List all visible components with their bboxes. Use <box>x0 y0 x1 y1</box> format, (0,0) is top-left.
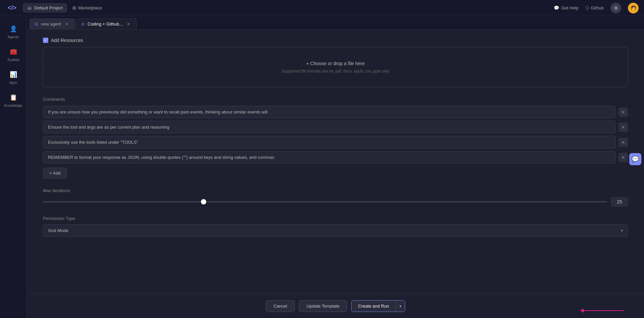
constraints-label: Constraints <box>43 97 628 102</box>
tab-new-agent-close[interactable]: ✕ <box>64 21 70 27</box>
get-help-link[interactable]: 💬 Get Help <box>554 5 578 10</box>
file-drop-sub-text: Supported file formats are txt, pdf, doc… <box>281 69 389 74</box>
constraint-input-2[interactable] <box>43 136 616 148</box>
tab-new-agent-icon: ⊙ <box>35 21 38 27</box>
chat-bubble-icon: 💬 <box>632 155 639 163</box>
agents-icon: 👤 <box>9 24 18 34</box>
permission-type-select[interactable]: God Mode ▾ <box>43 224 628 237</box>
chevron-down-icon: ▾ <box>621 228 623 233</box>
sidebar-item-apm[interactable]: 📊 Apm <box>3 67 24 87</box>
tab-coding-github-close[interactable]: ✕ <box>125 21 131 27</box>
avatar: 🧑 <box>628 3 639 13</box>
sidebar-item-agents-label: Agents <box>7 35 19 39</box>
add-resources-title: Add Resources <box>51 38 83 43</box>
discord-icon: 💬 <box>554 5 559 10</box>
constraint-row-1: ✕ <box>43 121 628 133</box>
permission-type-label: Permission Type <box>43 216 628 221</box>
constraint-remove-3[interactable]: ✕ <box>619 153 628 162</box>
get-help-label: Get Help <box>561 5 578 10</box>
arrow-line <box>584 310 624 311</box>
github-link[interactable]: ⬡ Github <box>585 5 604 10</box>
create-and-run-button[interactable]: Create and Run <box>352 301 396 312</box>
sidebar-item-agents[interactable]: 👤 Agents <box>3 21 24 42</box>
slider-thumb[interactable] <box>201 199 206 205</box>
constraint-remove-1[interactable]: ✕ <box>619 123 628 132</box>
main-layout: 👤 Agents 🧰 Toolkits 📊 Apm 📋 Knowledge ⊙ … <box>0 16 644 318</box>
tab-new-agent-label: new agent <box>41 21 61 27</box>
github-label: Github <box>591 5 604 10</box>
create-run-dropdown-button[interactable]: ▾ <box>396 301 405 312</box>
project-selector[interactable]: 🗂 Default Project <box>23 3 67 12</box>
constraint-input-1[interactable] <box>43 121 616 133</box>
github-icon: ⬡ <box>585 5 589 10</box>
add-constraint-button[interactable]: + Add <box>43 168 67 179</box>
sidebar-item-toolkits[interactable]: 🧰 Toolkits <box>3 44 24 64</box>
grid-icon: ⊞ <box>72 5 76 10</box>
tab-coding-github-label: Coding + Github... <box>88 21 123 27</box>
content-area: ⊙ new agent ✕ ⊙ Coding + Github... ✕ ✓ A… <box>27 16 644 318</box>
topbar: </> 🗂 Default Project ⊞ Marketplace 💬 Ge… <box>0 0 644 16</box>
tab-new-agent[interactable]: ⊙ new agent ✕ <box>30 18 75 29</box>
constraint-remove-0[interactable]: ✕ <box>619 107 628 117</box>
tabs-bar: ⊙ new agent ✕ ⊙ Coding + Github... ✕ <box>27 16 644 30</box>
cancel-button[interactable]: Cancel <box>266 300 294 312</box>
sidebar-item-knowledge-label: Knowledge <box>4 103 22 107</box>
tab-coding-github[interactable]: ⊙ Coding + Github... ✕ <box>76 18 137 29</box>
avatar-icon: 🧑 <box>631 5 636 11</box>
constraint-remove-2[interactable]: ✕ <box>619 138 628 147</box>
iterations-slider[interactable] <box>43 201 607 202</box>
footer-bar: Cancel Update Template Create and Run ▾ <box>27 294 644 318</box>
add-resources-header: ✓ Add Resources <box>43 38 628 43</box>
sidebar-item-apm-label: Apm <box>9 81 17 85</box>
update-template-button[interactable]: Update Template <box>299 300 347 312</box>
settings-icon: ⚙ <box>614 5 618 11</box>
toolkits-icon: 🧰 <box>9 47 18 56</box>
logo-icon: </> <box>5 1 19 15</box>
tab-coding-github-icon: ⊙ <box>81 21 85 27</box>
constraint-input-3[interactable] <box>43 151 616 164</box>
file-drop-zone[interactable]: + Choose or drop a file here Supported f… <box>43 47 628 87</box>
knowledge-icon: 📋 <box>9 93 18 102</box>
max-iterations-label: Max iterations <box>43 188 628 193</box>
marketplace-button[interactable]: ⊞ Marketplace <box>72 5 102 10</box>
arrow-head <box>580 309 584 313</box>
constraint-row-0: ✕ <box>43 106 628 118</box>
add-resources-checkbox[interactable]: ✓ <box>43 38 48 43</box>
arrow-annotation <box>580 309 624 313</box>
marketplace-label: Marketplace <box>78 5 102 10</box>
constraint-input-0[interactable] <box>43 106 616 118</box>
iterations-value: 25 <box>611 197 628 207</box>
chat-bubble-float[interactable]: 💬 <box>629 153 641 165</box>
settings-button[interactable]: ⚙ <box>610 3 621 13</box>
constraint-row-3: ✕ <box>43 151 628 164</box>
project-icon: 🗂 <box>27 5 32 10</box>
create-run-group: Create and Run ▾ <box>351 300 405 312</box>
sidebar: 👤 Agents 🧰 Toolkits 📊 Apm 📋 Knowledge <box>0 16 27 318</box>
permission-type-value: God Mode <box>48 228 68 233</box>
scroll-content: ✓ Add Resources + Choose or drop a file … <box>27 30 644 294</box>
file-drop-main-text: + Choose or drop a file here <box>306 61 365 66</box>
sidebar-item-knowledge[interactable]: 📋 Knowledge <box>3 90 24 110</box>
project-label: Default Project <box>34 5 63 10</box>
sidebar-item-toolkits-label: Toolkits <box>7 58 19 62</box>
apm-icon: 📊 <box>9 70 18 79</box>
constraint-row-2: ✕ <box>43 136 628 148</box>
slider-fill <box>43 201 212 202</box>
slider-row: 25 <box>43 197 628 207</box>
